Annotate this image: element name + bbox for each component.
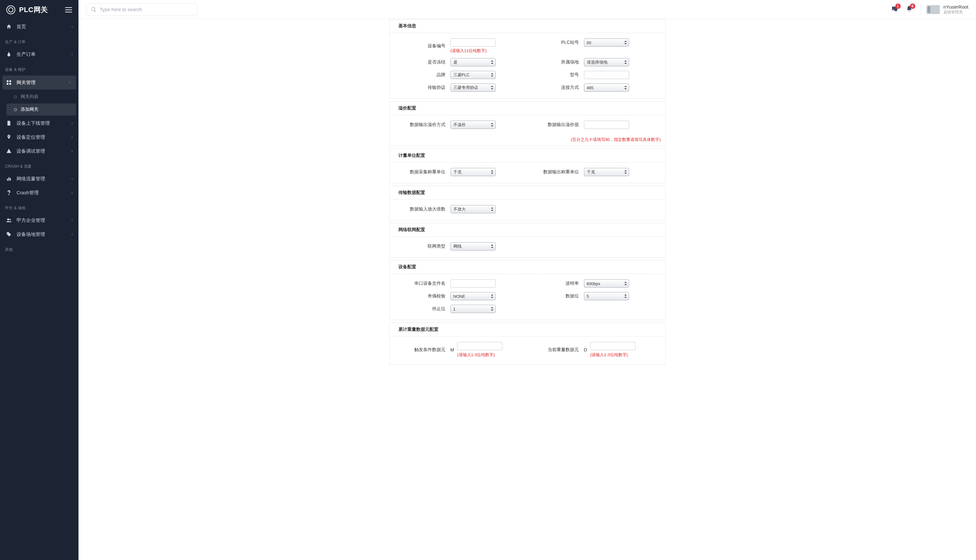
select-parity[interactable]: NONE	[451, 292, 496, 300]
select-data-bits[interactable]: 5	[584, 292, 629, 300]
bell-notifications[interactable]: 8	[906, 5, 913, 13]
sidebar-item-label: 首页	[17, 24, 26, 30]
sidebar-item-party-site[interactable]: 设备场地管理 ‹	[0, 227, 79, 241]
hint-current: (请输入1-3位纯数字)	[590, 352, 628, 358]
chevron-left-icon: ‹	[72, 135, 73, 139]
sidebar-item-crash[interactable]: Crash管理 ‹	[0, 186, 79, 200]
sidebar-item-label: 生产订单	[17, 52, 35, 57]
users-icon	[6, 217, 12, 223]
search-box[interactable]	[86, 3, 197, 16]
sidebar: PLC网关 首页 ‹ 生产 & 订单 生产订单 ‹ 设备 & 维护 网关管理 ‹…	[0, 0, 79, 560]
select-output-unit[interactable]: 千克	[584, 168, 629, 176]
svg-rect-6	[10, 178, 11, 181]
hamburger-icon[interactable]	[65, 7, 72, 12]
sidebar-subitem-gateway-list[interactable]: 网关列表	[7, 91, 76, 103]
svg-rect-5	[8, 177, 10, 181]
label-stop-bits: 停止位	[394, 306, 451, 312]
svg-point-8	[10, 219, 11, 221]
select-connect[interactable]: 485	[584, 83, 629, 92]
input-current[interactable]	[590, 342, 635, 350]
label-baud: 波特率	[527, 281, 584, 287]
select-collect-unit[interactable]: 千克	[451, 168, 496, 176]
input-premium-value[interactable]	[584, 121, 629, 129]
sidebar-item-traffic[interactable]: 网络流量管理 ‹	[0, 172, 79, 186]
sidebar-submenu-gateway: 网关列表 添加网关	[0, 90, 79, 116]
label-model: 型号	[527, 72, 584, 78]
label-protocol: 传输协议	[394, 85, 451, 90]
pin-icon	[6, 134, 12, 140]
sidebar-section-party: 甲方 & 场地	[0, 200, 79, 213]
section-unit: 计量单位配置 数据采集称重单位 千克 数据输出称重单位 千克	[389, 148, 665, 183]
sidebar-item-device-online[interactable]: 设备上下线管理 ‹	[0, 116, 79, 130]
drop-icon	[6, 51, 12, 57]
search-input[interactable]	[100, 7, 192, 12]
select-frozen[interactable]: 是	[451, 58, 496, 67]
select-stop-bits[interactable]: 1	[451, 305, 496, 313]
sidebar-item-device-locate[interactable]: 设备定位管理 ‹	[0, 130, 79, 144]
hint-trigger: (请输入1-3位纯数字)	[457, 352, 495, 358]
sidebar-item-device-debug[interactable]: 设备调试管理 ‹	[0, 144, 79, 158]
prefix-current: D	[584, 347, 587, 352]
chevron-left-icon: ‹	[72, 177, 73, 181]
label-premium-mode: 数据输出溢价方式	[394, 122, 451, 128]
sidebar-item-label: 设备定位管理	[17, 134, 45, 140]
input-model[interactable]	[584, 71, 629, 79]
input-device-no[interactable]	[451, 38, 496, 47]
section-network: 网络联网配置 联网类型 网线	[389, 223, 665, 257]
sidebar-item-party-ent[interactable]: 甲方企业管理 ‹	[0, 213, 79, 227]
input-serial-file[interactable]	[451, 279, 496, 288]
sidebar-item-label: 添加网关	[21, 107, 38, 112]
chat-notifications[interactable]: 1	[891, 5, 898, 13]
search-icon	[91, 7, 97, 12]
sidebar-section-device: 设备 & 维护	[0, 61, 79, 75]
section-premium: 溢价配置 数据输出溢价方式 不溢价 数据输出溢价值	[389, 101, 665, 146]
svg-rect-4	[7, 179, 8, 181]
sidebar-item-label: 网关列表	[21, 94, 38, 100]
select-plc-station[interactable]: 00	[584, 38, 629, 47]
content: 基本信息 设备编号 (请输入11位纯数字) PLC站号	[79, 19, 976, 560]
label-site: 所属场地	[527, 59, 584, 65]
question-icon	[6, 190, 12, 196]
label-brand: 品牌	[394, 72, 451, 78]
chevron-left-icon: ‹	[72, 25, 73, 29]
user-name: nYuserRoot	[944, 4, 968, 10]
label-serial-file: 串口设备文件名	[394, 281, 451, 287]
sidebar-item-prod-order[interactable]: 生产订单 ‹	[0, 47, 79, 61]
hint-device-no: (请输入11位纯数字)	[451, 48, 487, 53]
select-amplify[interactable]: 不放大	[451, 205, 496, 213]
sidebar-section-other: 其他	[0, 241, 79, 255]
select-protocol[interactable]: 三菱专用协议	[451, 83, 496, 92]
sidebar-item-label: 设备上下线管理	[17, 120, 50, 127]
label-parity: 奇偶校验	[394, 293, 451, 299]
user-menu[interactable]: nYuserRoot 超级管理员	[921, 4, 968, 15]
select-premium-mode[interactable]: 不溢价	[451, 121, 496, 129]
chevron-left-icon: ‹	[72, 218, 73, 223]
label-output-unit: 数据输出称重单位	[527, 169, 584, 175]
bar-chart-icon	[6, 175, 12, 182]
label-collect-unit: 数据采集称重单位	[394, 169, 451, 175]
select-net-type[interactable]: 网线	[451, 242, 496, 250]
sidebar-item-home[interactable]: 首页 ‹	[0, 20, 79, 33]
select-baud[interactable]: 600bps	[584, 279, 629, 288]
label-trigger: 触发条件数据元	[394, 347, 451, 353]
section-title: 计量单位配置	[389, 149, 665, 163]
brand: PLC网关	[0, 0, 79, 20]
brand-logo-icon	[7, 5, 15, 14]
label-connect: 连接方式	[527, 85, 584, 90]
input-trigger[interactable]	[457, 342, 502, 350]
select-brand[interactable]: 三菱PLC	[451, 71, 496, 79]
chevron-left-icon: ‹	[72, 121, 73, 125]
select-site[interactable]: 请选择场地	[584, 58, 629, 67]
chat-badge: 1	[895, 3, 901, 9]
chevron-left-icon: ‹	[72, 190, 73, 195]
sidebar-item-gateway-mgmt[interactable]: 网关管理 ‹	[3, 75, 76, 90]
section-title: 传输数据配置	[389, 186, 665, 200]
prefix-trigger: M	[451, 347, 454, 352]
label-data-bits: 数据位	[527, 293, 584, 299]
chevron-left-icon: ‹	[72, 232, 73, 237]
section-accum: 累计重量数据元配置 触发条件数据元 M (请输入1-3位纯数字)	[389, 323, 665, 365]
sidebar-section-crash: CRASH & 流量	[0, 158, 79, 172]
sidebar-item-label: 甲方企业管理	[17, 217, 45, 223]
sidebar-subitem-gateway-add[interactable]: 添加网关	[7, 103, 76, 115]
label-frozen: 是否冻结	[394, 59, 451, 65]
